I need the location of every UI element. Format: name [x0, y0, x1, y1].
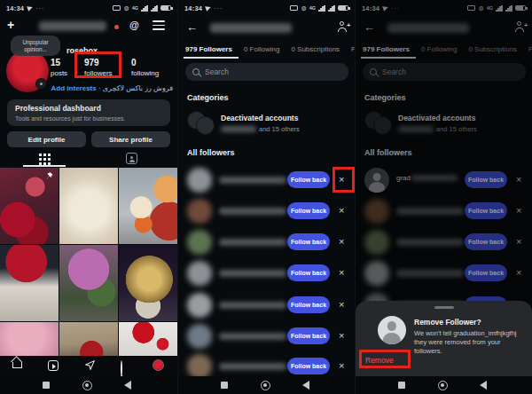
- photo-dog-with-roses[interactable]: [119, 168, 177, 244]
- profile-header: + @: [0, 18, 177, 37]
- recents-button[interactable]: [398, 382, 405, 389]
- username-blurred: [219, 363, 286, 370]
- active-tab-underline: [184, 57, 239, 59]
- posts-stat[interactable]: 15 posts: [51, 58, 67, 77]
- follow-back-button[interactable]: Follow back: [287, 233, 330, 250]
- back-button[interactable]: [480, 381, 487, 390]
- gear-icon: ⚙: [301, 5, 306, 12]
- annotation-box-remove: [359, 350, 411, 368]
- add-interests-link[interactable]: Add interests: [51, 84, 97, 92]
- search-icon: [192, 68, 200, 75]
- username-header-blurred: [210, 23, 292, 33]
- active-tab-underline: [23, 165, 66, 167]
- followers-header: ← +: [178, 20, 355, 37]
- follower-row[interactable]: Follow back ×: [178, 258, 355, 288]
- photo-gold-flower-globe[interactable]: [119, 245, 177, 321]
- followers-screen: 14:34 ··· ⚙ 4G ← + 979 Followers 0 Follo…: [177, 0, 355, 394]
- follower-row[interactable]: Follow back ×: [178, 321, 355, 351]
- tagged-tab-icon[interactable]: [126, 153, 137, 164]
- signal-icon: [141, 5, 148, 12]
- status-dots: ···: [35, 5, 44, 12]
- remove-follower-x-icon[interactable]: ×: [339, 331, 344, 341]
- professional-dashboard-card[interactable]: Professional dashboard Tools and resourc…: [7, 99, 170, 126]
- dialog-title: Remove Follower?: [414, 318, 481, 327]
- follow-back-button[interactable]: Follow back: [287, 264, 330, 281]
- avatar: [187, 354, 212, 379]
- android-nav: [356, 376, 532, 394]
- notification-plane-icon: [27, 4, 34, 12]
- notification-plane-icon: [205, 4, 212, 12]
- search-input[interactable]: [205, 67, 329, 76]
- photo-red-roses-box[interactable]: [0, 245, 59, 321]
- photo-pink-rose-vase[interactable]: [59, 245, 118, 321]
- create-post-icon[interactable]: +: [7, 18, 14, 32]
- add-person-icon[interactable]: +: [336, 21, 349, 33]
- follower-row[interactable]: Follow back ×: [178, 165, 355, 195]
- home-button[interactable]: [261, 381, 270, 390]
- remove-follower-x-icon[interactable]: ×: [339, 300, 344, 310]
- threads-icon[interactable]: @: [129, 20, 139, 30]
- android-nav: [0, 376, 177, 394]
- status-bar: 14:34 ··· ⚙ 4G: [0, 0, 177, 16]
- remove-follower-x-icon[interactable]: ×: [339, 361, 344, 371]
- search-nav-icon[interactable]: [121, 360, 122, 377]
- drag-handle[interactable]: [434, 306, 454, 309]
- screenshot-icon: [290, 5, 298, 11]
- follow-back-button[interactable]: Follow back: [287, 202, 330, 219]
- photo-red-roses-pinned[interactable]: [0, 168, 59, 244]
- avatar: [187, 324, 212, 349]
- back-button[interactable]: [302, 381, 309, 390]
- remove-follower-x-icon[interactable]: ×: [339, 206, 344, 216]
- search-bar[interactable]: [185, 63, 348, 81]
- following-stat[interactable]: 0 following: [131, 58, 159, 77]
- screenshot-icon: [113, 5, 121, 11]
- edit-profile-button[interactable]: Edit profile: [7, 131, 86, 147]
- signal2-icon: [151, 5, 158, 12]
- reels-icon[interactable]: [48, 360, 59, 371]
- follow-back-button[interactable]: Follow back: [287, 171, 330, 188]
- avatar: [187, 293, 212, 318]
- tab-following[interactable]: 0 Following: [244, 43, 279, 59]
- share-profile-button[interactable]: Share profile: [91, 131, 170, 147]
- profile-nav-avatar[interactable]: [153, 359, 164, 371]
- follower-row[interactable]: Follow back ×: [178, 227, 355, 257]
- menu-icon[interactable]: [153, 20, 165, 33]
- profile-bio: فروش رز باکس لاکچری · Add interests: [7, 84, 173, 92]
- follow-back-button[interactable]: Follow back: [287, 358, 330, 374]
- remove-follower-x-icon[interactable]: ×: [339, 237, 344, 247]
- tab-subscriptions[interactable]: 0 Subscriptions: [291, 43, 340, 59]
- deactivated-subtitle: and 15 others: [221, 125, 300, 133]
- recents-button[interactable]: [221, 382, 228, 389]
- network-type: 4G: [132, 5, 138, 11]
- photo-rose-box-top[interactable]: [59, 322, 118, 356]
- home-icon[interactable]: [12, 362, 22, 368]
- profile-screen: 14:34 ··· ⚙ 4G + @ Unpopular opinion... …: [0, 0, 177, 394]
- profile-tabs: [0, 150, 177, 167]
- back-button[interactable]: [124, 381, 131, 390]
- back-arrow-icon[interactable]: ←: [186, 20, 198, 34]
- battery-icon: [338, 5, 348, 11]
- photo-white-rose-bouquet[interactable]: [59, 168, 118, 244]
- network-type: 4G: [309, 5, 316, 11]
- follower-row[interactable]: Follow back ×: [178, 290, 355, 320]
- username-blurred: [219, 208, 286, 215]
- note-bubble[interactable]: Unpopular opinion...: [11, 35, 60, 56]
- photo-pink-roses[interactable]: [0, 322, 59, 356]
- deactivated-title[interactable]: Deactivated accounts: [221, 114, 298, 122]
- follower-row[interactable]: Follow back ×: [178, 196, 355, 226]
- android-nav: [178, 376, 355, 394]
- direct-message-icon[interactable]: [84, 359, 96, 371]
- home-button[interactable]: [82, 381, 92, 390]
- battery-icon: [160, 5, 171, 11]
- grid-tab-icon[interactable]: [39, 154, 42, 156]
- home-button[interactable]: [438, 381, 448, 390]
- follow-back-button[interactable]: Follow back: [287, 296, 330, 313]
- notification-dot: [114, 25, 119, 29]
- dialog-body: We won't tell graduation_imfhjkgfhj they…: [414, 329, 526, 356]
- follow-back-button[interactable]: Follow back: [287, 327, 330, 344]
- username-header-blurred: [39, 21, 106, 31]
- photo-red-petals[interactable]: [119, 322, 177, 356]
- recents-button[interactable]: [43, 382, 50, 389]
- remove-follower-x-icon[interactable]: ×: [339, 268, 344, 278]
- all-followers-title: All followers: [187, 148, 235, 157]
